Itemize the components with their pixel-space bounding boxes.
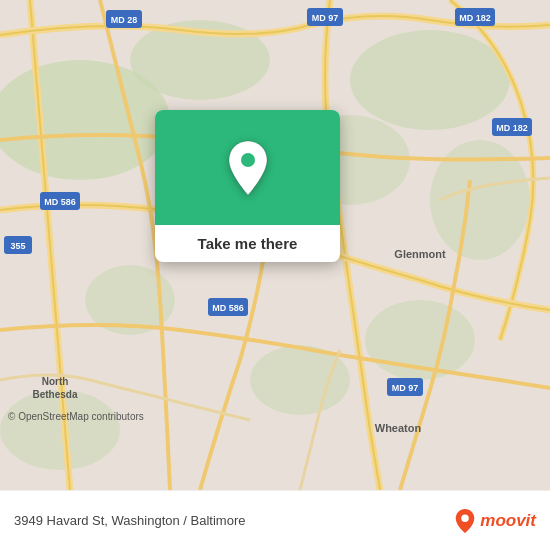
svg-text:Wheaton: Wheaton xyxy=(375,422,422,434)
address-text: 3949 Havard St, Washington / Baltimore xyxy=(14,513,454,528)
svg-point-3 xyxy=(350,30,510,130)
moovit-brand-text: moovit xyxy=(480,511,536,531)
svg-text:Glenmont: Glenmont xyxy=(394,248,446,260)
svg-text:MD 182: MD 182 xyxy=(496,123,528,133)
svg-point-33 xyxy=(462,514,469,521)
svg-text:MD 182: MD 182 xyxy=(459,13,491,23)
popup-card: Take me there xyxy=(155,110,340,262)
moovit-pin-icon xyxy=(454,508,476,534)
svg-text:MD 28: MD 28 xyxy=(111,15,138,25)
popup-green-area xyxy=(155,110,340,225)
copyright-text: © OpenStreetMap contributors xyxy=(8,411,144,422)
take-me-there-button[interactable]: Take me there xyxy=(155,225,340,262)
svg-text:355: 355 xyxy=(10,241,25,251)
svg-text:Bethesda: Bethesda xyxy=(32,389,77,400)
svg-text:North: North xyxy=(42,376,69,387)
svg-text:MD 586: MD 586 xyxy=(44,197,76,207)
svg-text:MD 586: MD 586 xyxy=(212,303,244,313)
bottom-bar: 3949 Havard St, Washington / Baltimore m… xyxy=(0,490,550,550)
svg-text:MD 97: MD 97 xyxy=(312,13,339,23)
moovit-logo: moovit xyxy=(454,508,536,534)
svg-point-32 xyxy=(241,153,255,167)
location-pin-icon xyxy=(224,139,272,197)
svg-text:MD 97: MD 97 xyxy=(392,383,419,393)
map-container: MD 28 MD 97 MD 182 MD 182 MD 586 MD 586 … xyxy=(0,0,550,490)
